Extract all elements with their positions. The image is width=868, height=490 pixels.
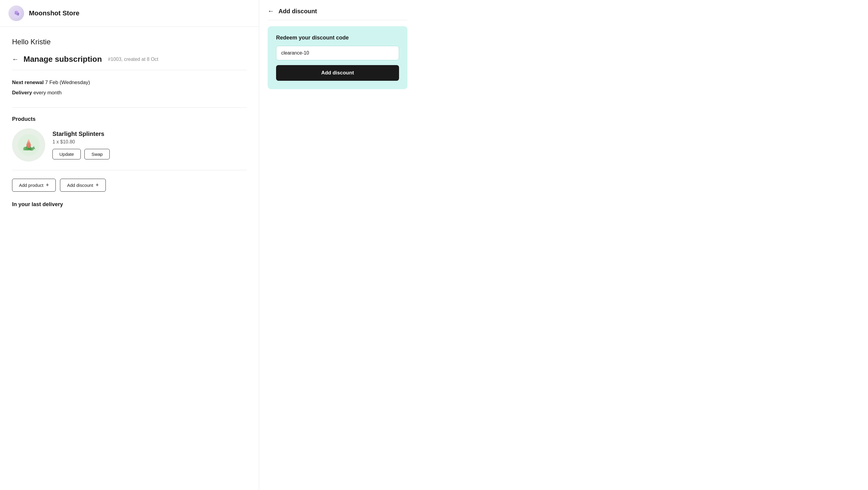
back-arrow-icon[interactable]: ← [12, 56, 19, 63]
product-details: Starlight Splinters 1 x $10.80 Update Sw… [53, 130, 110, 159]
panel-header: ← Add discount [268, 7, 407, 20]
delivery-row: Delivery every month [12, 89, 247, 97]
panel-title: Add discount [278, 8, 317, 15]
subscription-meta: #1003, created at 8 Oct [108, 57, 158, 62]
add-discount-button[interactable]: Add discount + [60, 179, 105, 192]
next-renewal-row: Next renewal 7 Feb (Wednesday) [12, 79, 247, 87]
store-name: Moonshot Store [29, 9, 79, 17]
product-actions: Update Swap [53, 149, 110, 159]
last-delivery-section: In your last delivery [12, 201, 247, 208]
update-button[interactable]: Update [53, 149, 81, 159]
add-product-label: Add product [19, 183, 43, 188]
last-delivery-title: In your last delivery [12, 201, 247, 208]
products-section: Products [12, 116, 247, 170]
greeting-text: Hello Kristie [12, 38, 247, 46]
store-logo-icon [11, 8, 22, 19]
add-discount-label: Add discount [67, 183, 93, 188]
section-header: ← Manage subscription #1003, created at … [12, 55, 247, 70]
products-title: Products [12, 116, 247, 122]
add-product-button[interactable]: Add product + [12, 179, 56, 192]
discount-card-subtitle: Redeem your discount code [276, 35, 399, 41]
logo-container [8, 5, 24, 21]
product-image-icon [17, 133, 41, 157]
section-title: Manage subscription [24, 55, 102, 64]
main-content: Hello Kristie ← Manage subscription #100… [0, 27, 259, 218]
add-discount-submit-button[interactable]: Add discount [276, 65, 399, 81]
right-panel: ← Add discount Redeem your discount code… [259, 0, 416, 490]
product-price: 1 x $10.80 [53, 139, 110, 145]
panel-back-arrow-icon[interactable]: ← [268, 7, 274, 15]
product-image [12, 128, 45, 161]
add-product-plus-icon: + [46, 182, 49, 188]
action-buttons-row: Add product + Add discount + [12, 179, 247, 192]
discount-code-input[interactable] [276, 46, 399, 60]
left-panel: Moonshot Store Hello Kristie ← Manage su… [0, 0, 259, 490]
product-item: Starlight Splinters 1 x $10.80 Update Sw… [12, 128, 247, 161]
header: Moonshot Store [0, 0, 259, 27]
subscription-info: Next renewal 7 Feb (Wednesday) Delivery … [12, 79, 247, 108]
product-name: Starlight Splinters [53, 130, 110, 137]
swap-button[interactable]: Swap [84, 149, 110, 159]
discount-card: Redeem your discount code Add discount [268, 26, 407, 89]
add-discount-plus-icon: + [96, 182, 99, 188]
